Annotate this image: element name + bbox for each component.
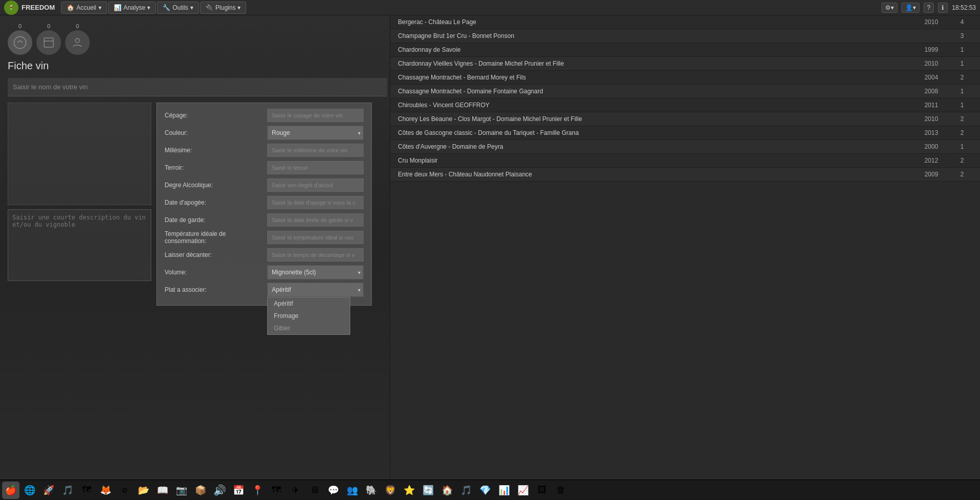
settings-button[interactable]: ⚙▾ <box>882 3 897 13</box>
taskbar-firefox[interactable]: 🦊 <box>97 482 114 499</box>
taskbar-trash[interactable]: 🗑 <box>552 482 570 499</box>
plugin-icon: 🔌 <box>206 4 213 11</box>
decanter-label: Laisser décanter: <box>165 251 267 258</box>
wine-list-count: 1 <box>952 60 972 67</box>
plat-option-gibier[interactable]: Gibier <box>268 322 350 334</box>
volume-select[interactable]: Mignonette (5cl) Demi (37.5cl) Bouteille… <box>267 265 364 279</box>
taskbar-gem[interactable]: 💎 <box>476 482 494 499</box>
form-row-couleur: Couleur: Rouge Blanc Rosé Effervescent ▾ <box>165 126 364 140</box>
taskbar-travel[interactable]: ✈ <box>287 482 304 499</box>
taskbar-chrome[interactable]: ⚙ <box>116 482 133 499</box>
temperature-input[interactable] <box>267 231 364 244</box>
nav-analyse[interactable]: 📊 Analyse ▾ <box>108 2 156 14</box>
dropdown-arrow-accueil: ▾ <box>98 4 102 11</box>
taskbar-sync[interactable]: 🔄 <box>419 482 437 499</box>
circle-icon-2[interactable] <box>36 30 61 55</box>
wine-list-row[interactable]: Cru Monplaisir 2012 2 <box>390 154 980 168</box>
wine-list-year: 2010 <box>911 18 952 26</box>
taskbar-maps[interactable]: 🗺 <box>78 482 95 499</box>
plat-option-fromage[interactable]: Fromage <box>268 310 350 322</box>
plat-option-aperitif[interactable]: Apéritif <box>268 297 350 310</box>
taskbar-chart[interactable]: 📊 <box>495 482 513 499</box>
garde-input[interactable] <box>267 213 364 227</box>
user-button[interactable]: 👤▾ <box>902 3 919 13</box>
decanter-input[interactable] <box>267 248 364 262</box>
taskbar-books[interactable]: 📖 <box>154 482 171 499</box>
millesime-label: Millésime: <box>165 147 267 154</box>
wine-list-row[interactable]: Chassagne Montrachet - Bernard Morey et … <box>390 71 980 85</box>
fiche-title: Fiche vin <box>8 60 382 72</box>
taskbar-finder[interactable]: 🍎 <box>2 482 19 499</box>
wine-list-row[interactable]: Chardonnay Vieilles Vignes - Domaine Mic… <box>390 57 980 71</box>
wine-list-row[interactable]: Entre deux Mers - Château Naudonnet Plai… <box>390 168 980 182</box>
taskbar-archive[interactable]: 📦 <box>192 482 209 499</box>
terroir-input[interactable] <box>267 161 364 174</box>
taskbar-browser[interactable]: 🌐 <box>21 482 38 499</box>
nav-accueil[interactable]: 🏠 Accueil ▾ <box>61 2 107 14</box>
taskbar-excel[interactable]: 📈 <box>514 482 532 499</box>
wine-list-year: 2013 <box>911 129 952 136</box>
taskbar-files[interactable]: 📂 <box>135 482 152 499</box>
nav-outils[interactable]: 🔧 Outils ▾ <box>157 2 199 14</box>
wine-name-input[interactable] <box>8 78 387 96</box>
millesime-input[interactable] <box>267 144 364 157</box>
taskbar: 🍎 🌐 🚀 🎵 🗺 🦊 ⚙ 📂 📖 📷 📦 🔊 📅 📍 🗺 ✈ 🖥 💬 👥 🐘 … <box>0 479 980 500</box>
wine-list-row[interactable]: Chorey Les Beaune - Clos Margot - Domain… <box>390 112 980 126</box>
taskbar-maps2[interactable]: 📍 <box>249 482 266 499</box>
dropdown-arrow-plugins: ▾ <box>237 4 241 11</box>
wine-list-name: Bergerac - Château Le Page <box>398 18 911 26</box>
taskbar-vlc[interactable]: 🔊 <box>211 482 228 499</box>
time-display: 18:52:53 <box>952 4 976 11</box>
wine-list-row[interactable]: Côtes de Gascogne classic - Domaine du T… <box>390 126 980 140</box>
plat-select[interactable]: Apéritif Fromage Gibier <box>267 283 364 297</box>
wine-list-row[interactable]: Bergerac - Château Le Page 2010 4 <box>390 15 980 29</box>
cepage-input[interactable] <box>267 109 364 122</box>
wine-list-count: 2 <box>952 74 972 81</box>
nav-menu: 🏠 Accueil ▾ 📊 Analyse ▾ 🔧 Outils ▾ 🔌 Plu… <box>61 2 882 14</box>
wine-list-year: 2004 <box>911 74 952 81</box>
wine-list-count: 3 <box>952 32 972 39</box>
taskbar-camera[interactable]: 📷 <box>173 482 190 499</box>
right-panel: Bergerac - Château Le Page 2010 4 Champa… <box>390 15 980 479</box>
taskbar-sticker[interactable]: 🦁 <box>382 482 399 499</box>
wine-list-year: 2008 <box>911 88 952 95</box>
wine-list-row[interactable]: Chassagne Montrachet - Domaine Fontaine … <box>390 85 980 98</box>
wine-list-count: 2 <box>952 129 972 136</box>
wine-list-name: Chassagne Montrachet - Domaine Fontaine … <box>398 88 911 95</box>
taskbar-calendar[interactable]: 📅 <box>230 482 247 499</box>
taskbar-home2[interactable]: 🏠 <box>438 482 456 499</box>
taskbar-contacts[interactable]: 👥 <box>344 482 361 499</box>
garde-label: Date de garde: <box>165 216 267 224</box>
taskbar-itunes[interactable]: 🎵 <box>457 482 475 499</box>
couleur-select[interactable]: Rouge Blanc Rosé Effervescent <box>267 126 364 140</box>
form-row-terroir: Terroir: <box>165 161 364 175</box>
wine-list-row[interactable]: Chiroubles - Vincent GEOFFROY 2011 1 <box>390 98 980 112</box>
taskbar-photo[interactable]: 🖼 <box>533 482 551 499</box>
info-button[interactable]: ℹ <box>938 3 948 13</box>
taskbar-music[interactable]: 🎵 <box>59 482 76 499</box>
help-button[interactable]: ? <box>924 3 934 13</box>
circle-icon-3[interactable] <box>65 30 90 55</box>
taskbar-messages[interactable]: 💬 <box>325 482 342 499</box>
taskbar-launchpad[interactable]: 🚀 <box>40 482 57 499</box>
cepage-label: Cépage: <box>165 112 267 119</box>
icon-row: 0 0 0 <box>8 23 382 55</box>
description-textarea[interactable] <box>8 209 151 281</box>
circle-icon-1[interactable] <box>8 30 32 55</box>
wine-list-name: Cru Monplaisir <box>398 157 911 164</box>
app-title: FREEDOM <box>22 4 55 11</box>
taskbar-monitor[interactable]: 🖥 <box>306 482 323 499</box>
taskbar-maps3[interactable]: 🗺 <box>268 482 285 499</box>
navbar: 🍷 FREEDOM 🏠 Accueil ▾ 📊 Analyse ▾ 🔧 Outi… <box>0 0 980 15</box>
apogee-input[interactable] <box>267 196 364 209</box>
taskbar-star[interactable]: ⭐ <box>401 482 418 499</box>
couleur-select-wrapper: Rouge Blanc Rosé Effervescent ▾ <box>267 126 364 140</box>
taskbar-elephant[interactable]: 🐘 <box>363 482 380 499</box>
degre-input[interactable] <box>267 178 364 192</box>
volume-label: Volume: <box>165 269 267 276</box>
wine-list-row[interactable]: Champagne Brut 1er Cru - Bonnet Ponson 3 <box>390 29 980 43</box>
wine-list-row[interactable]: Chardonnay de Savoie 1999 1 <box>390 43 980 57</box>
wine-list-row[interactable]: Côtes d'Auvergne - Domaine de Peyra 2000… <box>390 140 980 154</box>
dropdown-arrow-outils: ▾ <box>190 4 193 11</box>
nav-plugins[interactable]: 🔌 Plugins ▾ <box>200 2 246 14</box>
